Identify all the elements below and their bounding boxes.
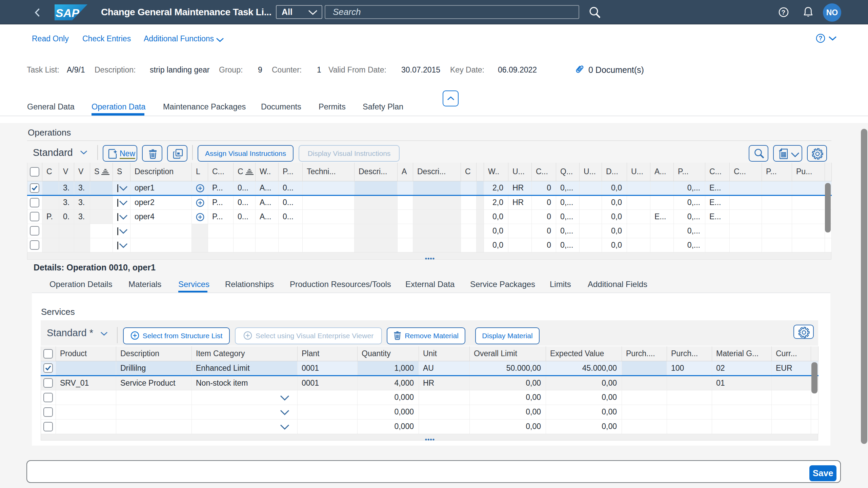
svg-text:?: ? bbox=[782, 9, 786, 16]
svg-text:?: ? bbox=[819, 35, 822, 42]
svg-text:SAP: SAP bbox=[56, 6, 79, 19]
